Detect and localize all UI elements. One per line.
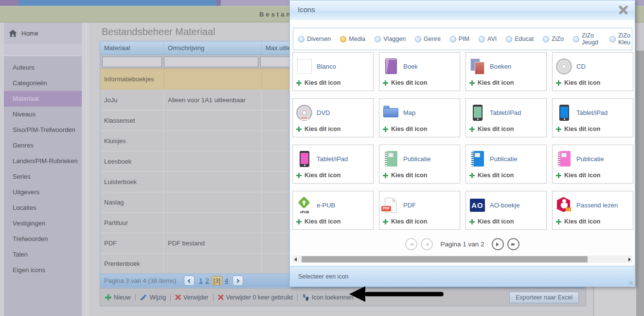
plus-icon	[469, 219, 475, 224]
next-page-button[interactable]	[492, 238, 504, 250]
radio-icon	[298, 36, 304, 42]
wijzig-button[interactable]: Wijzig	[140, 294, 166, 301]
category-radio-zizo-kleu[interactable]: ZiZo Kleu	[609, 32, 632, 46]
filter-omschrijving-input[interactable]	[164, 56, 258, 67]
category-label: ZiZo Jeugd	[582, 32, 600, 46]
kies-dit-icon-button[interactable]: Kies dit icon	[556, 172, 629, 179]
sidebar-item-home[interactable]: Home	[4, 22, 82, 44]
kies-dit-icon-button[interactable]: Kies dit icon	[556, 218, 629, 225]
first-page-button[interactable]	[405, 238, 417, 250]
home-label: Home	[21, 30, 38, 37]
cell-materiaal: JoJu	[100, 90, 164, 110]
kies-dit-icon-button[interactable]: Kies dit icon	[556, 126, 629, 132]
scroll-right-arrow[interactable]	[626, 258, 632, 261]
kies-dit-icon-button[interactable]: Kies dit icon	[296, 218, 370, 225]
sidebar-item-eigen-icons[interactable]: Eigen icons	[4, 262, 82, 278]
next-page-button[interactable]	[233, 276, 243, 286]
close-icon[interactable]	[618, 5, 628, 15]
kies-dit-icon-button[interactable]: Kies dit icon	[383, 126, 456, 132]
delete-x-icon	[175, 295, 181, 300]
sidebar-item-categorie-n[interactable]: Categorieën	[4, 75, 82, 91]
sidebar-nav: AuteursCategorieënMateriaalNiveausSiso/P…	[4, 56, 82, 278]
ao-badge: AO	[471, 201, 483, 209]
column-header-omschrijving[interactable]: Omschrijving	[164, 41, 262, 55]
page-link[interactable]: [3]	[212, 276, 222, 285]
last-page-button[interactable]	[507, 238, 519, 250]
chevron-right-icon	[235, 279, 239, 282]
cell-materiaal: Naslag	[100, 192, 164, 212]
publicatie-green-icon	[385, 151, 397, 167]
prev-page-button[interactable]	[184, 276, 195, 286]
sidebar-item-vestigingen[interactable]: Vestigingen	[4, 216, 82, 231]
scrollbar-thumb[interactable]	[302, 256, 588, 262]
icon-card-ao-boekje-14: AOAO-boekjeKies dit icon	[465, 191, 547, 230]
category-radio-pim[interactable]: PIM	[450, 36, 469, 42]
category-radio-vlaggen[interactable]: Vlaggen	[375, 36, 406, 42]
category-radio-media[interactable]: Media	[340, 36, 365, 42]
page-link[interactable]: 4	[225, 277, 228, 284]
passend-lezen-icon	[556, 197, 572, 214]
kies-dit-icon-button[interactable]: Kies dit icon	[383, 79, 456, 86]
kies-dit-icon-button[interactable]: Kies dit icon	[296, 79, 370, 86]
kies-dit-icon-button[interactable]: Kies dit icon	[469, 172, 543, 179]
plus-icon	[383, 80, 388, 86]
sidebar-item-talen[interactable]: Talen	[4, 247, 82, 262]
sidebar-item-locaties[interactable]: Locaties	[4, 200, 82, 216]
sidebar-item-niveaus[interactable]: Niveaus	[4, 107, 82, 122]
category-label: ZiZo	[552, 36, 564, 42]
icon-card-tablet-ipad-6: Tablet/iPadKies dit icon	[465, 98, 547, 137]
kies-dit-icon-button[interactable]: Kies dit icon	[383, 218, 456, 225]
kies-dit-icon-button[interactable]: Kies dit icon	[296, 172, 370, 179]
sidebar-item-auteurs[interactable]: Auteurs	[4, 60, 82, 75]
category-radio-zizo-jeugd[interactable]: ZiZo Jeugd	[573, 32, 600, 46]
icon-card-tablet-ipad-7: Tablet/iPadKies dit icon	[552, 98, 633, 137]
dialog-header[interactable]: Icons	[290, 0, 635, 20]
cell-omschrijving	[164, 192, 262, 212]
kies-dit-icon-button[interactable]: Kies dit icon	[383, 172, 456, 179]
nieuw-button[interactable]: Nieuw	[105, 294, 131, 301]
horizontal-scrollbar[interactable]	[292, 256, 632, 263]
kies-dit-icon-button[interactable]: Kies dit icon	[469, 126, 543, 132]
page-link[interactable]: 2	[205, 277, 209, 284]
boeken-icon	[469, 58, 486, 75]
radio-icon	[479, 36, 485, 42]
sidebar-item-uitgevers[interactable]: Uitgevers	[4, 185, 82, 200]
filter-materiaal-input[interactable]	[102, 56, 162, 67]
scroll-left-arrow[interactable]	[292, 258, 298, 261]
radio-icon	[450, 36, 456, 42]
kies-dit-icon-button[interactable]: Kies dit icon	[556, 79, 629, 86]
kies-dit-icon-button[interactable]: Kies dit icon	[296, 126, 370, 132]
sidebar-item-landen-pim-rubrieken[interactable]: Landen/PIM-Rubrieken	[4, 153, 82, 169]
category-label: AVI	[487, 36, 497, 42]
column-header-materiaal[interactable]: Materiaal	[100, 41, 164, 55]
exporteer-naar-excel-button[interactable]: Exporteer naar Excel	[509, 292, 579, 303]
sidebar-item-trefwoorden[interactable]: Trefwoorden	[4, 231, 82, 247]
sidebar-item-genres[interactable]: Genres	[4, 138, 82, 153]
category-radio-avi[interactable]: AVI	[479, 36, 497, 42]
category-radio-zizo[interactable]: ZiZo	[543, 36, 564, 42]
cell-materiaal: Kluisjes	[100, 131, 164, 151]
plus-icon	[469, 80, 475, 86]
category-radio-group: DiversenMediaVlaggenGenrePIMAVIEducatZiZ…	[293, 28, 632, 50]
category-radio-diversen[interactable]: Diversen	[298, 36, 331, 42]
icon-card-publicatie-10: PublicatieKies dit icon	[465, 145, 547, 184]
kies-dit-icon-button[interactable]: Kies dit icon	[469, 79, 543, 86]
verwijder-button[interactable]: Verwijder	[175, 294, 208, 301]
category-radio-genre[interactable]: Genre	[415, 36, 441, 42]
verwijder-ongebruikt-button[interactable]: Verwijder 0 keer gebruikt	[218, 294, 293, 301]
icon-card-publicatie-11: PublicatieKies dit icon	[552, 145, 633, 184]
page-link[interactable]: 1	[199, 277, 202, 284]
sidebar-item-siso-pim-trefwoorden[interactable]: Siso/PIM-Trefwoorden	[4, 122, 82, 138]
dialog-page-status: Pagina 1 van 2	[440, 241, 484, 248]
category-label: Genre	[424, 36, 441, 42]
sidebar-item-series[interactable]: Series	[4, 169, 82, 185]
category-radio-educat[interactable]: Educat	[506, 36, 534, 42]
cell-materiaal: Luisterboek	[100, 172, 164, 192]
dialog-status-bar: Selecteer een icon	[290, 266, 635, 287]
sidebar-item-materiaal[interactable]: Materiaal	[4, 91, 82, 107]
resize-grip[interactable]	[629, 281, 633, 285]
scrollbar-track[interactable]	[298, 256, 626, 263]
previous-page-button[interactable]	[421, 238, 433, 250]
icon-card-blanco-0: BlancoKies dit icon	[292, 52, 374, 91]
kies-dit-icon-button[interactable]: Kies dit icon	[469, 218, 543, 225]
